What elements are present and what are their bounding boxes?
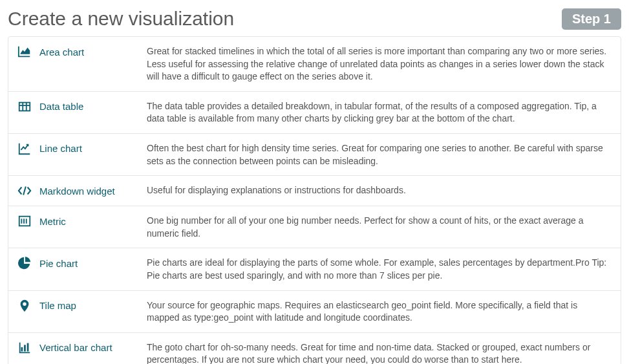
viz-item-label: Tile map — [39, 300, 76, 311]
viz-item-left: Markdown widget — [17, 184, 147, 198]
viz-item-left: Data table — [17, 100, 147, 114]
viz-item-tile-map[interactable]: Tile map Your source for geographic maps… — [8, 291, 621, 333]
viz-item-description: Useful for displaying explanations or in… — [147, 184, 612, 197]
viz-item-label: Vertical bar chart — [39, 342, 112, 353]
viz-item-description: The goto chart for oh-so-many needs. Gre… — [147, 341, 612, 364]
step-badge: Step 1 — [562, 8, 621, 30]
line-chart-icon — [17, 142, 32, 156]
viz-item-metric[interactable]: Metric One big number for all of your on… — [8, 206, 621, 248]
metric-icon — [17, 214, 32, 228]
data-table-icon — [17, 100, 32, 114]
viz-item-left: Vertical bar chart — [17, 341, 147, 355]
viz-item-left: Metric — [17, 214, 147, 228]
viz-item-label: Area chart — [39, 47, 84, 58]
viz-item-left: Area chart — [17, 45, 147, 59]
viz-item-description: Often the best chart for high density ti… — [147, 142, 612, 167]
viz-item-description: Your source for geographic maps. Require… — [147, 299, 612, 325]
tile-map-icon — [17, 299, 32, 313]
svg-rect-3 — [24, 345, 26, 351]
viz-item-label: Data table — [39, 101, 83, 112]
viz-item-description: The data table provides a detailed break… — [147, 100, 612, 125]
svg-rect-2 — [21, 347, 23, 351]
viz-item-left: Tile map — [17, 299, 147, 313]
page-title: Create a new visualization — [8, 8, 234, 30]
header: Create a new visualization Step 1 — [8, 8, 621, 30]
viz-item-left: Line chart — [17, 142, 147, 156]
viz-item-label: Metric — [39, 216, 66, 227]
viz-item-description: Great for stacked timelines in which the… — [147, 45, 612, 83]
area-chart-icon — [17, 45, 32, 59]
viz-item-description: Pie charts are ideal for displaying the … — [147, 256, 612, 282]
viz-item-left: Pie chart — [17, 256, 147, 270]
viz-item-label: Markdown widget — [39, 186, 115, 197]
viz-item-label: Pie chart — [39, 258, 78, 269]
viz-item-vertical-bar[interactable]: Vertical bar chart The goto chart for oh… — [8, 333, 621, 364]
viz-item-description: One big number for all of your one big n… — [147, 214, 612, 240]
viz-item-markdown[interactable]: Markdown widget Useful for displaying ex… — [8, 176, 621, 206]
vertical-bar-icon — [17, 341, 32, 355]
viz-item-line-chart[interactable]: Line chart Often the best chart for high… — [8, 134, 621, 176]
svg-rect-4 — [27, 343, 29, 351]
viz-item-pie-chart[interactable]: Pie chart Pie charts are ideal for displ… — [8, 248, 621, 290]
visualization-list: Area chart Great for stacked timelines i… — [8, 36, 621, 364]
viz-item-area-chart[interactable]: Area chart Great for stacked timelines i… — [8, 37, 621, 92]
markdown-icon — [17, 184, 32, 198]
viz-item-label: Line chart — [39, 143, 82, 154]
viz-item-data-table[interactable]: Data table The data table provides a det… — [8, 92, 621, 134]
svg-rect-0 — [19, 102, 30, 111]
pie-chart-icon — [17, 256, 32, 270]
